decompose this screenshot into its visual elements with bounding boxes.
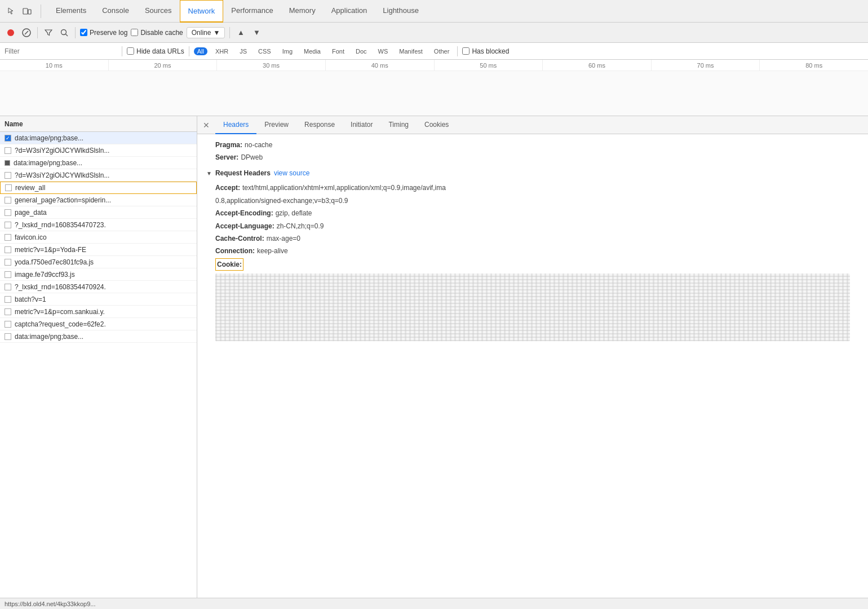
file-item-10[interactable]: yoda.f750ed7ec801fc9a.js — [0, 256, 197, 268]
filter-divider-3 — [457, 46, 458, 56]
detail-tab-timing[interactable]: Timing — [380, 116, 417, 134]
type-css-button[interactable]: CSS — [255, 47, 274, 55]
file-checkbox-6[interactable] — [5, 209, 11, 216]
type-other-button[interactable]: Other — [431, 47, 453, 55]
detail-close-button[interactable]: ✕ — [200, 118, 213, 132]
type-all-button[interactable]: All — [194, 47, 207, 55]
file-checkbox-0[interactable]: ✓ — [5, 135, 11, 142]
file-name-7: ?_lxskd_rnd=1608354470723. — [15, 221, 192, 229]
file-item-3[interactable]: ?d=W3siY2giOiJCYWlkdSlsln... — [0, 169, 197, 182]
hide-data-urls-checkbox[interactable] — [127, 47, 134, 55]
hide-data-urls-label[interactable]: Hide data URLs — [127, 47, 184, 55]
type-doc-button[interactable]: Doc — [352, 47, 370, 55]
filter-bar: Hide data URLs All XHR JS CSS Img Media … — [0, 43, 868, 60]
cursor-icon[interactable] — [5, 5, 18, 18]
file-item-12[interactable]: ?_lxskd_rnd=1608354470924. — [0, 281, 197, 293]
tab-lighthouse[interactable]: Lighthouse — [375, 0, 427, 23]
connection-label: Connection: — [215, 245, 255, 257]
accept-continuation-value: 0.8,application/signed-exchange;v=b3;q=0… — [215, 195, 348, 206]
file-item-review-all[interactable]: review_all — [0, 182, 197, 194]
has-blocked-label[interactable]: Has blocked — [462, 47, 509, 55]
file-checkbox-10[interactable] — [5, 259, 11, 266]
file-checkbox-13[interactable] — [5, 296, 11, 303]
detail-tab-headers[interactable]: Headers — [215, 116, 256, 134]
file-checkbox-7[interactable] — [5, 222, 11, 228]
detail-tab-cookies[interactable]: Cookies — [417, 116, 457, 134]
file-checkbox-3[interactable] — [5, 172, 11, 179]
cookie-blurred-value — [215, 273, 850, 341]
type-ws-button[interactable]: WS — [375, 47, 392, 55]
file-checkbox-11[interactable] — [5, 271, 11, 278]
clear-button[interactable] — [20, 27, 33, 39]
file-item-1[interactable]: ?d=W3siY2giOiJCYWlkdSlsln... — [0, 144, 197, 157]
pragma-label: Pragma: — [215, 139, 242, 151]
type-xhr-button[interactable]: XHR — [212, 47, 232, 55]
file-checkbox-9[interactable] — [5, 246, 11, 253]
filter-button[interactable] — [42, 27, 55, 39]
tab-console[interactable]: Console — [94, 0, 137, 23]
tab-memory[interactable]: Memory — [281, 0, 324, 23]
file-item-0[interactable]: ✓ data:image/png;base... — [0, 132, 197, 144]
file-checkbox-1[interactable] — [5, 147, 11, 154]
detail-tab-preview[interactable]: Preview — [256, 116, 296, 134]
throttling-dropdown[interactable]: Online ▼ — [187, 27, 225, 38]
file-name-3: ?d=W3siY2giOiJCYWlkdSlsln... — [15, 171, 192, 179]
cache-control-value: max-age=0 — [267, 233, 300, 244]
file-checkbox-5[interactable] — [5, 197, 11, 204]
search-button[interactable] — [58, 27, 70, 39]
preserve-log-label[interactable]: Preserve log — [80, 29, 127, 37]
timeline-tick-2: 30 ms — [216, 60, 325, 71]
cache-control-row: Cache-Control: max-age=0 — [206, 232, 859, 245]
file-item-14[interactable]: metric?v=1&p=com.sankuai.y. — [0, 306, 197, 318]
request-headers-section[interactable]: ▼ Request Headers view source — [206, 164, 859, 182]
file-checkbox-2[interactable] — [5, 160, 10, 166]
file-item-8[interactable]: favicon.ico — [0, 231, 197, 244]
record-button[interactable] — [5, 27, 17, 39]
tab-elements[interactable]: Elements — [48, 0, 94, 23]
disable-cache-label[interactable]: Disable cache — [131, 29, 183, 37]
type-manifest-button[interactable]: Manifest — [396, 47, 426, 55]
file-checkbox-12[interactable] — [5, 284, 11, 290]
view-source-link[interactable]: view source — [274, 167, 309, 180]
disable-cache-checkbox[interactable] — [131, 29, 138, 36]
file-checkbox-4[interactable] — [5, 184, 12, 191]
connection-value: keep-alive — [257, 245, 288, 257]
detail-panel: ✕ Headers Preview Response Initiator Tim… — [197, 116, 868, 609]
triangle-icon: ▼ — [206, 169, 212, 179]
file-name-14: metric?v=1&p=com.sankuai.y. — [15, 308, 192, 316]
file-item-7[interactable]: ?_lxskd_rnd=1608354470723. — [0, 219, 197, 231]
file-checkbox-15[interactable] — [5, 321, 11, 328]
file-item-6[interactable]: page_data — [0, 206, 197, 219]
file-item-11[interactable]: image.fe7d9ccf93.js — [0, 268, 197, 281]
export-har-button[interactable]: ▼ — [250, 27, 263, 39]
file-checkbox-8[interactable] — [5, 234, 11, 241]
type-js-button[interactable]: JS — [236, 47, 250, 55]
server-value: DPweb — [241, 152, 263, 163]
file-item-16[interactable]: data:image/png;base... — [0, 330, 197, 343]
type-img-button[interactable]: Img — [279, 47, 296, 55]
file-item-2[interactable]: data:image/png;base... — [0, 157, 197, 169]
network-file-list: Name ✓ data:image/png;base... ?d=W3siY2g… — [0, 116, 197, 609]
tab-application[interactable]: Application — [324, 0, 375, 23]
tab-network[interactable]: Network — [180, 0, 224, 23]
has-blocked-checkbox[interactable] — [462, 47, 470, 55]
type-media-button[interactable]: Media — [300, 47, 324, 55]
tab-sources[interactable]: Sources — [137, 0, 180, 23]
file-checkbox-14[interactable] — [5, 308, 11, 315]
file-name-16: data:image/png;base... — [15, 333, 192, 341]
tab-performance[interactable]: Performance — [223, 0, 281, 23]
preserve-log-checkbox[interactable] — [80, 29, 87, 36]
device-toggle-icon[interactable] — [20, 5, 34, 18]
file-name-4: review_all — [15, 184, 192, 192]
filter-input[interactable] — [5, 47, 117, 55]
file-item-15[interactable]: captcha?request_code=62fe2. — [0, 318, 197, 330]
file-item-9[interactable]: metric?v=1&p=Yoda-FE — [0, 244, 197, 256]
file-item-13[interactable]: batch?v=1 — [0, 293, 197, 306]
detail-tab-initiator[interactable]: Initiator — [343, 116, 380, 134]
file-item-5[interactable]: general_page?action=spiderin... — [0, 194, 197, 206]
accept-language-label: Accept-Language: — [215, 220, 274, 232]
detail-tab-response[interactable]: Response — [296, 116, 343, 134]
import-har-button[interactable]: ▲ — [234, 27, 247, 39]
type-font-button[interactable]: Font — [329, 47, 348, 55]
file-checkbox-16[interactable] — [5, 333, 11, 340]
